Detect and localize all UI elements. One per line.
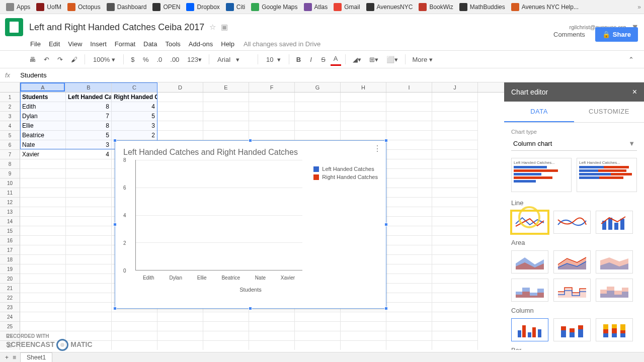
- spreadsheet-grid[interactable]: ABCDEFGHIJ 1StudentsLeft Handed CatchesR…: [0, 82, 504, 350]
- bookmark-item[interactable]: Dropbox: [183, 3, 222, 11]
- cell[interactable]: [20, 303, 66, 312]
- cell[interactable]: [386, 93, 432, 102]
- cell[interactable]: [432, 102, 478, 112]
- menu-insert[interactable]: Insert: [86, 38, 111, 50]
- row-header[interactable]: 23: [0, 303, 20, 312]
- bookmark-item[interactable]: Google Maps: [248, 3, 300, 11]
- cell[interactable]: [295, 121, 341, 131]
- row-header[interactable]: 17: [0, 245, 20, 255]
- cell[interactable]: Nate: [20, 140, 66, 150]
- bookmark-item[interactable]: Avenues NYC Help...: [508, 3, 582, 11]
- currency-icon[interactable]: $: [128, 54, 138, 65]
- cell[interactable]: [386, 217, 432, 226]
- cell[interactable]: [386, 274, 432, 284]
- cell[interactable]: [386, 140, 432, 150]
- cell[interactable]: Ellie: [20, 121, 66, 131]
- fill-color-icon[interactable]: ◢▾: [350, 54, 364, 65]
- cell[interactable]: [20, 236, 66, 245]
- cell[interactable]: [203, 93, 249, 102]
- cell[interactable]: 7: [66, 112, 112, 121]
- cell[interactable]: [295, 331, 341, 341]
- cell[interactable]: [249, 121, 295, 131]
- cell[interactable]: [20, 312, 66, 322]
- bookmark-item[interactable]: MathBuddies: [456, 3, 508, 11]
- cell[interactable]: [432, 169, 478, 178]
- cell[interactable]: [432, 312, 478, 322]
- cell[interactable]: [386, 131, 432, 140]
- cell[interactable]: [432, 131, 478, 140]
- resize-handle[interactable]: [249, 139, 252, 142]
- italic-icon[interactable]: I: [306, 54, 316, 65]
- paint-format-icon[interactable]: 🖌: [68, 54, 80, 65]
- cell[interactable]: [432, 274, 478, 284]
- cell[interactable]: [20, 198, 66, 207]
- row-header[interactable]: 6: [0, 140, 20, 150]
- cell[interactable]: [20, 274, 66, 284]
- cell[interactable]: [203, 131, 249, 140]
- row-header[interactable]: 22: [0, 293, 20, 303]
- row-header[interactable]: 13: [0, 207, 20, 217]
- cell[interactable]: [66, 188, 112, 198]
- cell[interactable]: [66, 284, 112, 293]
- cell[interactable]: [386, 226, 432, 236]
- cell[interactable]: [249, 312, 295, 322]
- bookmark-item[interactable]: Dashboard: [104, 3, 150, 11]
- comments-button[interactable]: Comments: [548, 28, 590, 41]
- cell[interactable]: [112, 322, 157, 331]
- cell[interactable]: [66, 226, 112, 236]
- cell[interactable]: [20, 245, 66, 255]
- cell[interactable]: [386, 284, 432, 293]
- decimal-decrease-icon[interactable]: .0: [153, 54, 165, 65]
- cell[interactable]: [295, 93, 341, 102]
- bookmark-item[interactable]: OPEN: [149, 3, 183, 11]
- cell[interactable]: [341, 312, 386, 322]
- cell[interactable]: [66, 207, 112, 217]
- cell[interactable]: [386, 112, 432, 121]
- cell[interactable]: [249, 112, 295, 121]
- cell[interactable]: [66, 303, 112, 312]
- embedded-chart[interactable]: ⋮ Left Handed Catches and Right Handed C…: [115, 140, 386, 309]
- cell[interactable]: [386, 169, 432, 178]
- row-header[interactable]: 24: [0, 312, 20, 322]
- menu-add-ons[interactable]: Add-ons: [185, 38, 217, 50]
- cell[interactable]: 4: [66, 150, 112, 159]
- resize-handle[interactable]: [113, 139, 117, 142]
- merge-icon[interactable]: ⬜▾: [383, 54, 401, 65]
- cell[interactable]: [386, 198, 432, 207]
- cell[interactable]: [249, 93, 295, 102]
- column-thumb-2[interactable]: [553, 318, 591, 341]
- share-button[interactable]: 🔒 Share: [595, 27, 638, 42]
- col-header-J[interactable]: J: [432, 82, 478, 92]
- resize-handle[interactable]: [384, 223, 388, 226]
- row-header[interactable]: 10: [0, 178, 20, 188]
- cell[interactable]: [20, 264, 66, 274]
- area-thumb-1[interactable]: [511, 250, 548, 274]
- cell[interactable]: [20, 159, 66, 169]
- font-select[interactable]: Arial ▾: [213, 55, 254, 64]
- cell[interactable]: [66, 198, 112, 207]
- cell[interactable]: [386, 159, 432, 169]
- cell[interactable]: [432, 217, 478, 226]
- row-header[interactable]: 11: [0, 188, 20, 198]
- percent-icon[interactable]: %: [140, 54, 152, 65]
- col-header-H[interactable]: H: [341, 82, 386, 92]
- col-header-I[interactable]: I: [386, 82, 432, 92]
- row-header[interactable]: 14: [0, 217, 20, 226]
- menu-format[interactable]: Format: [111, 38, 139, 50]
- cell[interactable]: [203, 331, 249, 341]
- cell[interactable]: [295, 102, 341, 112]
- cell[interactable]: [341, 341, 386, 350]
- cell[interactable]: [20, 284, 66, 293]
- fontsize-select[interactable]: 10 ▾: [262, 55, 285, 64]
- select-all-corner[interactable]: [0, 82, 20, 92]
- cell[interactable]: [249, 131, 295, 140]
- row-header[interactable]: 9: [0, 169, 20, 178]
- bookmark-item[interactable]: Octopus: [64, 3, 104, 11]
- cell[interactable]: [66, 264, 112, 274]
- cell[interactable]: 5: [112, 112, 157, 121]
- cell[interactable]: [432, 140, 478, 150]
- cell[interactable]: [432, 112, 478, 121]
- row-header[interactable]: 12: [0, 198, 20, 207]
- formula-input[interactable]: [20, 71, 639, 79]
- cell[interactable]: [112, 341, 157, 350]
